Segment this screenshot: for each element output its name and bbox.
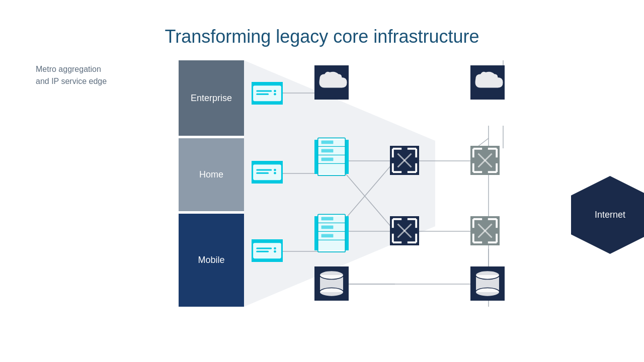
bottom-server-box	[314, 216, 349, 250]
mobile-device-box	[252, 239, 283, 262]
internet-hexagon: Internet	[571, 176, 644, 254]
svg-point-22	[274, 93, 276, 96]
svg-rect-38	[321, 149, 334, 153]
expand-box-bottom-right	[470, 216, 500, 245]
home-device-box	[252, 161, 283, 184]
expand-box-bottom-left	[390, 216, 419, 245]
svg-rect-25	[256, 172, 269, 173]
internet-label: Internet	[595, 210, 625, 220]
svg-point-26	[274, 169, 276, 171]
side-label: Metro aggregation and IP service edge	[36, 63, 107, 87]
top-server-box	[314, 140, 349, 174]
cloud-box-right	[470, 65, 505, 100]
cloud-box-left	[314, 65, 349, 100]
svg-rect-19	[256, 90, 272, 92]
segment-enterprise: Enterprise	[179, 60, 244, 136]
svg-rect-20	[256, 93, 269, 95]
segment-home: Home	[179, 138, 244, 211]
enterprise-label: Enterprise	[191, 93, 232, 104]
svg-point-21	[274, 90, 276, 93]
svg-rect-24	[256, 169, 272, 170]
mobile-label: Mobile	[198, 255, 224, 265]
expand-box-top-right	[470, 146, 500, 175]
svg-rect-46	[321, 234, 334, 238]
database-box-right	[470, 266, 505, 301]
enterprise-device-box	[252, 82, 283, 105]
page-title: Transforming legacy core infrastructure	[0, 26, 644, 47]
svg-rect-44	[321, 217, 334, 221]
internet-hexagon-container: Internet	[571, 176, 644, 254]
svg-point-27	[274, 172, 276, 174]
home-label: Home	[199, 169, 223, 180]
diagram-container: Enterprise Home Mobile	[179, 60, 561, 307]
svg-rect-39	[321, 158, 334, 161]
svg-rect-29	[256, 247, 272, 249]
svg-point-31	[274, 247, 276, 250]
svg-point-32	[274, 250, 276, 253]
segment-mobile: Mobile	[179, 214, 244, 307]
svg-rect-45	[321, 226, 334, 229]
svg-rect-30	[256, 250, 269, 252]
expand-box-top-left	[390, 146, 419, 175]
svg-rect-37	[321, 141, 334, 144]
database-box-left	[314, 266, 349, 301]
